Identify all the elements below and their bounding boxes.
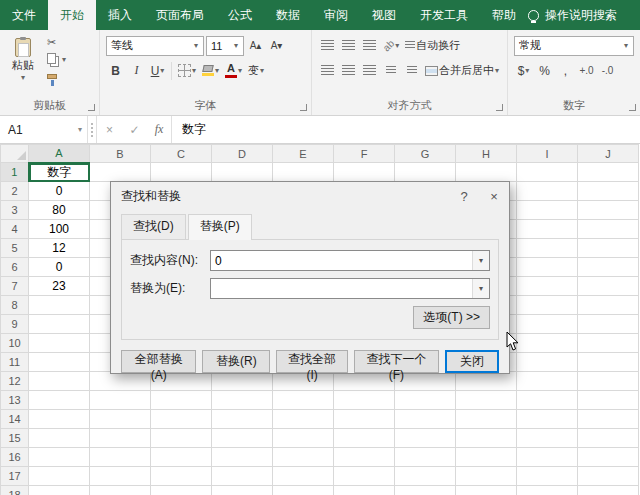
cell-E14[interactable] <box>273 410 334 429</box>
ribbon-tab-file[interactable]: 文件 <box>0 0 48 30</box>
cell-D17[interactable] <box>212 467 273 486</box>
row-header-14[interactable]: 14 <box>1 410 29 429</box>
dialog-tab-replace[interactable]: 替换(P) <box>188 214 252 240</box>
align-center-button[interactable] <box>339 60 358 81</box>
dialog-titlebar[interactable]: 查找和替换 ? × <box>111 182 509 210</box>
cell-A9[interactable] <box>29 315 90 334</box>
cell-F13[interactable] <box>334 391 395 410</box>
font-size-select[interactable]: 11 ▾ <box>206 36 244 56</box>
row-header-15[interactable]: 15 <box>1 429 29 448</box>
cell-F18[interactable] <box>334 486 395 495</box>
cell-H1[interactable] <box>456 163 517 182</box>
find-what-input[interactable]: 0 ▾ <box>210 250 490 271</box>
increase-indent-button[interactable] <box>402 60 421 81</box>
cell-H18[interactable] <box>456 486 517 495</box>
cell-G17[interactable] <box>395 467 456 486</box>
cell-J10[interactable] <box>578 334 639 353</box>
fill-color-button[interactable]: ▾ <box>200 60 221 81</box>
column-header-G[interactable]: G <box>395 145 456 163</box>
cell-B13[interactable] <box>90 391 151 410</box>
row-header-3[interactable]: 3 <box>1 201 29 220</box>
row-header-13[interactable]: 13 <box>1 391 29 410</box>
tell-me-search[interactable]: 操作说明搜索 <box>528 0 617 30</box>
cell-A13[interactable] <box>29 391 90 410</box>
cell-F17[interactable] <box>334 467 395 486</box>
row-header-5[interactable]: 5 <box>1 239 29 258</box>
cell-J12[interactable] <box>578 372 639 391</box>
cell-A8[interactable] <box>29 296 90 315</box>
top-align-button[interactable] <box>318 35 337 56</box>
align-left-button[interactable] <box>318 60 337 81</box>
alignment-dialog-launcher[interactable] <box>496 104 503 111</box>
cell-H14[interactable] <box>456 410 517 429</box>
replace-with-dropdown-icon[interactable]: ▾ <box>472 279 489 298</box>
ribbon-tab-view[interactable]: 视图 <box>360 0 408 30</box>
decrease-font-button[interactable]: A▾ <box>267 35 286 56</box>
cell-G14[interactable] <box>395 410 456 429</box>
ribbon-tab-developer[interactable]: 开发工具 <box>408 0 480 30</box>
cell-I7[interactable] <box>517 277 578 296</box>
cell-B16[interactable] <box>90 448 151 467</box>
comma-style-button[interactable]: , <box>556 60 575 81</box>
cell-A2[interactable]: 0 <box>29 182 90 201</box>
cell-A1[interactable]: 数字 <box>29 163 90 182</box>
copy-button[interactable]: ▾ <box>44 52 69 68</box>
cell-I15[interactable] <box>517 429 578 448</box>
row-header-8[interactable]: 8 <box>1 296 29 315</box>
cell-I6[interactable] <box>517 258 578 277</box>
cell-D18[interactable] <box>212 486 273 495</box>
cell-J9[interactable] <box>578 315 639 334</box>
cell-D14[interactable] <box>212 410 273 429</box>
paste-button[interactable]: 粘贴 ▾ <box>2 33 44 87</box>
cell-C17[interactable] <box>151 467 212 486</box>
cell-E12[interactable] <box>273 372 334 391</box>
cell-A14[interactable] <box>29 410 90 429</box>
cell-G18[interactable] <box>395 486 456 495</box>
column-header-I[interactable]: I <box>517 145 578 163</box>
cell-I4[interactable] <box>517 220 578 239</box>
accounting-format-button[interactable]: $▾ <box>514 60 533 81</box>
row-header-18[interactable]: 18 <box>1 486 29 495</box>
column-header-B[interactable]: B <box>90 145 151 163</box>
cell-E18[interactable] <box>273 486 334 495</box>
row-header-1[interactable]: 1 <box>1 163 29 182</box>
cell-J13[interactable] <box>578 391 639 410</box>
font-dialog-launcher[interactable] <box>300 104 307 111</box>
cut-button[interactable]: ✂ <box>44 34 69 50</box>
replace-button[interactable]: 替换(R) <box>202 350 270 373</box>
ribbon-tab-insert[interactable]: 插入 <box>96 0 144 30</box>
cell-G13[interactable] <box>395 391 456 410</box>
cell-C18[interactable] <box>151 486 212 495</box>
cell-I10[interactable] <box>517 334 578 353</box>
cell-J8[interactable] <box>578 296 639 315</box>
dialog-close-button[interactable]: × <box>479 182 509 210</box>
ribbon-tab-help[interactable]: 帮助 <box>480 0 528 30</box>
cell-I2[interactable] <box>517 182 578 201</box>
cell-C16[interactable] <box>151 448 212 467</box>
find-next-button[interactable]: 查找下一个(F) <box>354 350 439 373</box>
cell-J3[interactable] <box>578 201 639 220</box>
cell-B15[interactable] <box>90 429 151 448</box>
row-header-4[interactable]: 4 <box>1 220 29 239</box>
formula-bar-handle[interactable] <box>88 116 97 143</box>
cell-F1[interactable] <box>334 163 395 182</box>
underline-button[interactable]: U▾ <box>148 60 167 81</box>
cell-J1[interactable] <box>578 163 639 182</box>
middle-align-button[interactable] <box>339 35 358 56</box>
cell-E13[interactable] <box>273 391 334 410</box>
row-header-12[interactable]: 12 <box>1 372 29 391</box>
cell-C1[interactable] <box>151 163 212 182</box>
cell-I9[interactable] <box>517 315 578 334</box>
column-header-C[interactable]: C <box>151 145 212 163</box>
column-header-J[interactable]: J <box>578 145 639 163</box>
cell-D16[interactable] <box>212 448 273 467</box>
cell-I1[interactable] <box>517 163 578 182</box>
increase-decimal-button[interactable]: +.0 <box>577 60 596 81</box>
cell-B14[interactable] <box>90 410 151 429</box>
cell-J7[interactable] <box>578 277 639 296</box>
cell-G15[interactable] <box>395 429 456 448</box>
row-header-6[interactable]: 6 <box>1 258 29 277</box>
cell-A12[interactable] <box>29 372 90 391</box>
cell-I3[interactable] <box>517 201 578 220</box>
cell-J6[interactable] <box>578 258 639 277</box>
